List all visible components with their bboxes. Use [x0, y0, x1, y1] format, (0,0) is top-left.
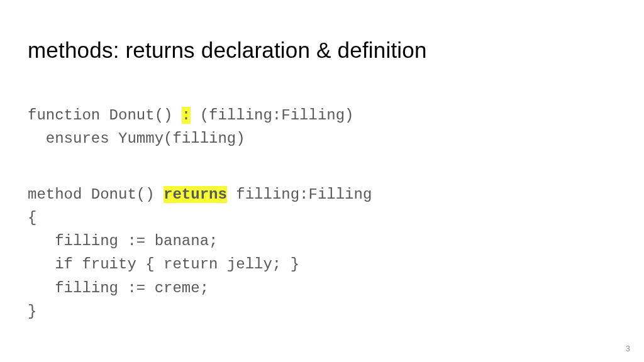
code-line: filling := creme;: [28, 280, 209, 297]
code-block-function: function Donut() : (filling:Filling) ens…: [28, 80, 616, 151]
code-line: filling := banana;: [28, 233, 218, 250]
code-text: filling:Filling: [227, 186, 372, 203]
code-text: method Donut(): [28, 186, 164, 203]
code-line: }: [28, 303, 36, 320]
code-text: function Donut(): [28, 107, 182, 124]
slide-title: methods: returns declaration & definitio…: [28, 38, 616, 63]
highlight-returns: returns: [164, 186, 227, 203]
slide: methods: returns declaration & definitio…: [0, 0, 644, 362]
code-text: (filling:Filling): [191, 107, 353, 124]
code-line: method Donut() returns filling:Filling: [28, 186, 372, 203]
code-line: ensures Yummy(filling): [28, 130, 245, 147]
code-line: function Donut() : (filling:Filling): [28, 107, 354, 124]
highlight-colon: :: [182, 107, 191, 124]
code-line: {: [28, 209, 36, 226]
code-block-method: method Donut() returns filling:Filling {…: [28, 160, 616, 323]
code-line: if fruity { return jelly; }: [28, 256, 299, 273]
page-number: 3: [626, 344, 630, 353]
